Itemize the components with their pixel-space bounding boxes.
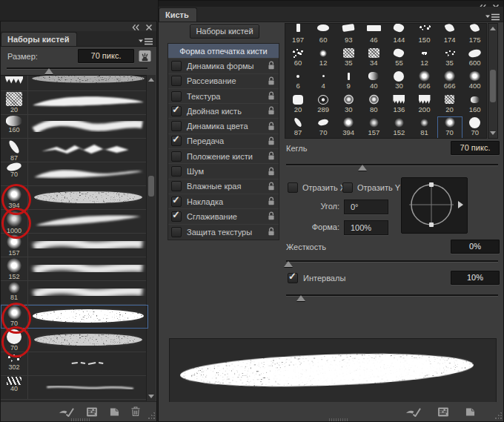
- preset-manager-icon[interactable]: [437, 407, 449, 417]
- size-slider[interactable]: [7, 66, 147, 73]
- slider-thumb[interactable]: [44, 68, 53, 74]
- brush-preset-row[interactable]: 70: [1, 162, 148, 186]
- brush-preset-row[interactable]: 20: [1, 91, 148, 115]
- slider-track[interactable]: [286, 294, 498, 297]
- kegl-value[interactable]: 70 пикс.: [451, 141, 500, 155]
- slider-track[interactable]: [7, 67, 147, 70]
- setting-row[interactable]: Текстура: [168, 89, 279, 104]
- brush-thumbnail-cell[interactable]: 394: [1, 186, 28, 209]
- slider-thumb[interactable]: [296, 295, 305, 301]
- brush-preset-row[interactable]: 157: [1, 234, 148, 257]
- brush-list-scrollbar[interactable]: [146, 75, 156, 401]
- brush-grid-item[interactable]: 30: [336, 93, 361, 116]
- size-value[interactable]: 70 пикс.: [78, 49, 134, 63]
- brush-preset-row[interactable]: 70: [1, 305, 148, 329]
- brush-preset-row[interactable]: 81: [1, 281, 148, 305]
- brush-thumbnail-cell[interactable]: [1, 76, 28, 90]
- brush-preset-row[interactable]: 1000: [1, 210, 148, 234]
- brush-thumbnail-cell[interactable]: 302: [1, 352, 28, 375]
- hardness-value[interactable]: 0%: [451, 240, 500, 254]
- setting-checkbox[interactable]: [171, 181, 182, 191]
- bristle-preview-icon[interactable]: [139, 49, 151, 66]
- setting-checkbox[interactable]: [171, 61, 182, 71]
- setting-checkbox[interactable]: [171, 121, 182, 131]
- lock-open-icon[interactable]: [268, 76, 275, 86]
- brush-preset-row[interactable]: 40: [1, 376, 148, 400]
- brush-thumbnail-cell[interactable]: 40: [1, 376, 28, 399]
- spacing-checkbox[interactable]: ✓: [288, 273, 298, 283]
- lock-open-icon[interactable]: [268, 182, 275, 191]
- setting-row[interactable]: Положение кисти: [168, 149, 279, 164]
- setting-row[interactable]: ✓Передача: [168, 134, 279, 149]
- brush-grid-item[interactable]: 144: [386, 24, 411, 47]
- setting-checkbox[interactable]: [171, 76, 182, 86]
- brush-grid-item[interactable]: 40: [361, 70, 386, 93]
- setting-row[interactable]: Динамика цвета: [168, 119, 279, 133]
- brush-presets-button[interactable]: Наборы кистей: [190, 24, 259, 39]
- brush-grid-item[interactable]: 394: [336, 116, 361, 139]
- setting-checkbox[interactable]: ✓: [171, 106, 182, 116]
- resize-grip-icon[interactable]: [147, 412, 156, 421]
- setting-row[interactable]: Рассеивание: [168, 74, 279, 89]
- brush-preset-row[interactable]: [1, 76, 148, 91]
- lock-open-icon[interactable]: [268, 122, 275, 131]
- brush-preset-row[interactable]: 302: [1, 352, 148, 376]
- brush-grid-item[interactable]: 60: [285, 47, 311, 70]
- kegl-slider[interactable]: [286, 162, 498, 170]
- scroll-down-icon[interactable]: [490, 131, 496, 135]
- brush-preset-row[interactable]: 152: [1, 257, 148, 281]
- scroll-up-icon[interactable]: [490, 27, 496, 30]
- brush-preset-row[interactable]: 160: [1, 115, 148, 139]
- brush-grid-item[interactable]: 289: [311, 93, 336, 116]
- brush-grid-item[interactable]: 20: [437, 93, 462, 116]
- brush-thumbnail-cell[interactable]: 160: [1, 115, 28, 138]
- brush-check-icon[interactable]: [405, 406, 421, 417]
- setting-checkbox[interactable]: [171, 151, 182, 162]
- brush-thumbnail-cell[interactable]: 20: [1, 91, 28, 114]
- lock-open-icon[interactable]: [268, 167, 275, 177]
- scrollbar-thumb[interactable]: [148, 176, 154, 197]
- lock-open-icon[interactable]: [268, 91, 275, 101]
- setting-row[interactable]: ✓Сглаживание: [168, 209, 279, 224]
- brush-grid-item[interactable]: 30: [386, 70, 411, 93]
- brush-grid-item[interactable]: 60: [311, 24, 336, 47]
- brush-grid-item[interactable]: 666: [411, 70, 437, 93]
- delete-icon[interactable]: [131, 406, 140, 417]
- brush-grid-item[interactable]: 20: [285, 93, 311, 116]
- setting-checkbox[interactable]: ✓: [171, 136, 182, 146]
- brush-grid-item[interactable]: 35: [437, 47, 462, 70]
- brush-grid-item[interactable]: 150: [411, 24, 437, 47]
- new-preset-icon[interactable]: [465, 407, 475, 417]
- lock-open-icon[interactable]: [268, 136, 275, 146]
- lock-open-icon[interactable]: [268, 227, 275, 237]
- setting-checkbox[interactable]: ✓: [171, 197, 182, 207]
- panel-drag-grip[interactable]: [71, 418, 90, 421]
- setting-row[interactable]: ✓Двойная кисть: [168, 104, 279, 119]
- brush-grid-item[interactable]: 70: [462, 116, 487, 139]
- scroll-up-icon[interactable]: [148, 78, 154, 82]
- setting-row[interactable]: ✓Накладка: [168, 194, 279, 209]
- brush-grid-scrollbar[interactable]: [488, 23, 498, 139]
- brush-grid-item[interactable]: 157: [361, 116, 386, 139]
- brush-grid-item[interactable]: 200: [411, 93, 437, 116]
- scrollbar-thumb[interactable]: [490, 70, 496, 102]
- brush-grid-item[interactable]: 160: [462, 93, 487, 116]
- brush-grid-item[interactable]: 9: [336, 70, 361, 93]
- brush-thumbnail-cell[interactable]: 157: [1, 234, 28, 257]
- brush-grid-item[interactable]: 400: [462, 70, 487, 93]
- angle-roundness-widget[interactable]: [401, 177, 468, 234]
- angle-input[interactable]: 0°: [344, 200, 388, 214]
- setting-row[interactable]: Шум: [168, 164, 279, 179]
- brush-thumbnail-cell[interactable]: 1000: [1, 210, 28, 233]
- brush-grid-item[interactable]: 174: [437, 24, 462, 47]
- brush-check-icon[interactable]: [59, 406, 74, 417]
- flip-y-checkbox[interactable]: [342, 182, 353, 193]
- brush-grid-item[interactable]: 46: [361, 24, 386, 47]
- brush-grid-item[interactable]: 666: [437, 70, 462, 93]
- roundness-input[interactable]: 100%: [344, 220, 388, 235]
- brush-grid-item[interactable]: 4: [311, 70, 336, 93]
- spacing-slider[interactable]: [286, 293, 498, 300]
- brush-grid-item[interactable]: 6: [285, 70, 311, 93]
- brush-grid-item[interactable]: 70: [437, 116, 462, 139]
- brush-thumbnail-cell[interactable]: 81: [1, 281, 28, 304]
